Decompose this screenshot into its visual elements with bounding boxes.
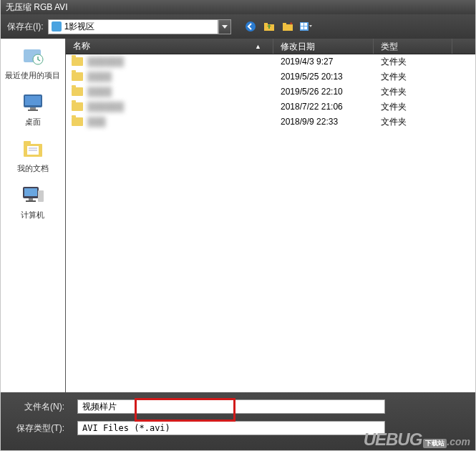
recent-icon [20, 43, 46, 69]
watermark: UEBUG 下载站 .com [364, 430, 470, 450]
folder-blue-icon [52, 21, 62, 31]
svg-rect-4 [283, 23, 286, 25]
cell-date: 2018/7/22 21:06 [273, 102, 374, 112]
cell-date: 2019/5/25 20:13 [273, 72, 374, 82]
column-name[interactable]: 名称 ▲ [66, 39, 273, 54]
new-folder-icon[interactable]: * [281, 20, 294, 33]
up-folder-icon[interactable] [263, 20, 276, 33]
file-name-blurred: ██████ [87, 102, 124, 112]
folder-icon [72, 57, 83, 66]
desktop-icon [20, 89, 46, 115]
watermark-suffix: .com [447, 436, 470, 447]
sort-asc-icon: ▲ [255, 43, 261, 50]
table-row[interactable]: ██████ 2019/4/3 9:27 文件夹 [66, 54, 476, 69]
watermark-brand: UEBUG [364, 430, 422, 450]
path-input[interactable]: 1影视区 [48, 19, 218, 34]
path-text: 1影视区 [64, 21, 95, 33]
save-in-label: 保存在(I): [7, 21, 44, 33]
computer-icon [20, 183, 46, 208]
file-name-blurred: ██████ [87, 57, 124, 67]
path-combo[interactable]: 1影视区 [48, 19, 231, 34]
folder-icon [72, 72, 83, 81]
filename-label: 文件名(N): [7, 401, 64, 413]
path-dropdown-button[interactable] [218, 19, 231, 34]
documents-icon [20, 136, 46, 162]
cell-date: 2018/9/9 22:33 [273, 117, 374, 127]
file-name-blurred: ████ [87, 87, 112, 97]
file-name-blurred: ████ [87, 72, 112, 82]
svg-text:*: * [290, 21, 293, 28]
cell-type: 文件夹 [374, 56, 452, 68]
table-row[interactable]: ██████ 2018/7/22 21:06 文件夹 [66, 100, 476, 115]
svg-point-0 [246, 21, 256, 31]
cell-type: 文件夹 [374, 86, 452, 98]
titlebar: 无压缩 RGB AVI [0, 0, 476, 14]
table-row[interactable]: ███ 2018/9/9 22:33 文件夹 [66, 115, 476, 130]
sidebar-label: 桌面 [1, 117, 64, 127]
svg-rect-25 [26, 200, 36, 202]
folder-icon [72, 117, 83, 126]
watermark-tag: 下载站 [423, 439, 447, 448]
filetype-label: 保存类型(T): [7, 422, 64, 435]
svg-rect-10 [304, 26, 307, 29]
svg-rect-9 [301, 26, 303, 29]
svg-rect-18 [24, 141, 31, 145]
svg-rect-15 [30, 107, 36, 110]
sidebar-label: 计算机 [1, 210, 64, 220]
sidebar-item-desktop[interactable]: 桌面 [1, 89, 64, 127]
svg-rect-26 [38, 190, 44, 202]
column-date[interactable]: 修改日期 [273, 39, 374, 54]
folder-icon [72, 87, 83, 96]
folder-icon [72, 102, 83, 111]
table-row[interactable]: ████ 2019/5/25 20:13 文件夹 [66, 69, 476, 84]
sidebar-item-documents[interactable]: 我的文档 [1, 136, 64, 174]
sidebar-label: 最近使用的项目 [1, 70, 64, 81]
filename-input[interactable] [77, 399, 385, 414]
sidebar-item-recent[interactable]: 最近使用的项目 [1, 43, 64, 81]
cell-date: 2019/4/3 9:27 [273, 57, 374, 67]
svg-rect-7 [301, 23, 303, 26]
svg-rect-2 [264, 23, 268, 25]
cell-type: 文件夹 [374, 116, 452, 128]
sidebar-item-computer[interactable]: 计算机 [1, 183, 64, 220]
table-row[interactable]: ████ 2019/5/26 22:10 文件夹 [66, 84, 476, 100]
view-mode-icon[interactable] [300, 20, 313, 33]
places-sidebar: 最近使用的项目 桌面 我的文档 计算机 [0, 39, 66, 392]
svg-rect-23 [24, 188, 37, 196]
cell-date: 2019/5/26 22:10 [273, 87, 374, 97]
filetype-combo[interactable] [77, 421, 385, 435]
svg-rect-14 [25, 96, 41, 105]
svg-rect-16 [28, 110, 38, 111]
toolbar: 保存在(I): 1影视区 * [0, 14, 476, 39]
file-list[interactable]: ██████ 2019/4/3 9:27 文件夹 ████ 2019/5/25 … [66, 54, 476, 392]
column-type[interactable]: 类型 [374, 39, 452, 54]
window-title: 无压缩 RGB AVI [6, 2, 67, 12]
svg-rect-24 [29, 198, 33, 200]
file-content: 名称 ▲ 修改日期 类型 ██████ 2019/4/3 9:27 文件夹 ██… [66, 39, 476, 392]
file-name-blurred: ███ [87, 117, 106, 127]
svg-rect-8 [304, 23, 307, 26]
back-icon[interactable] [244, 20, 257, 33]
cell-type: 文件夹 [374, 71, 452, 83]
sidebar-label: 我的文档 [1, 163, 64, 174]
column-header: 名称 ▲ 修改日期 类型 [66, 39, 476, 54]
cell-type: 文件夹 [374, 101, 452, 113]
